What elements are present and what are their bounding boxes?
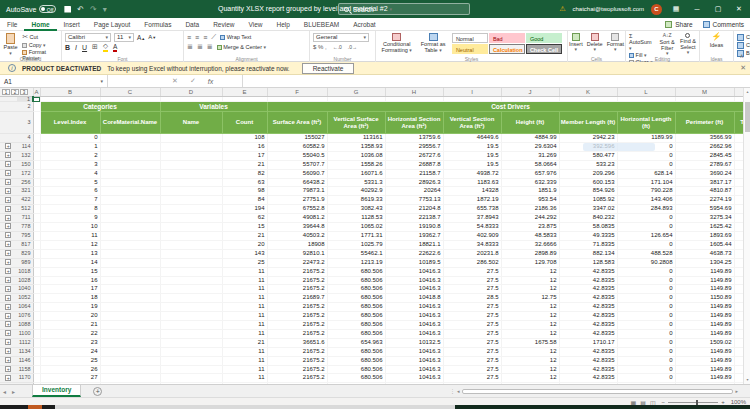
cell-value[interactable]: 42.8335 bbox=[559, 329, 617, 338]
cell-value[interactable]: 36651.6 bbox=[267, 338, 327, 347]
expand-group-icon[interactable]: + bbox=[5, 268, 11, 274]
cell-value[interactable]: 600.153 bbox=[559, 178, 617, 187]
outline-expand-cell[interactable]: + bbox=[0, 303, 17, 312]
cell-value[interactable]: 680.506 bbox=[327, 374, 385, 383]
cell[interactable] bbox=[100, 347, 160, 356]
cell-value[interactable]: 46449.6 bbox=[443, 134, 501, 143]
table-column-header[interactable]: CoreMaterial.Name bbox=[100, 112, 160, 134]
cell[interactable] bbox=[160, 374, 222, 383]
cell[interactable] bbox=[160, 303, 222, 312]
cell[interactable] bbox=[100, 294, 160, 303]
cell-value[interactable]: 98 bbox=[222, 187, 267, 196]
cell-value[interactable]: 7753.13 bbox=[385, 196, 443, 205]
expand-group-icon[interactable]: + bbox=[5, 170, 11, 176]
cell-value[interactable]: 654.963 bbox=[327, 338, 385, 347]
cell-value[interactable]: 27.5 bbox=[443, 312, 501, 321]
row-header-1018[interactable]: 1018 bbox=[17, 267, 34, 276]
cell-value[interactable]: 42.8335 bbox=[559, 285, 617, 294]
cell-value[interactable]: 1213.19 bbox=[327, 258, 385, 267]
cell[interactable] bbox=[100, 312, 160, 321]
cell-value[interactable]: 3566.99 bbox=[675, 134, 734, 143]
cell-value[interactable]: 1149.89 bbox=[675, 374, 734, 383]
cell[interactable] bbox=[160, 240, 222, 249]
row-header-4[interactable]: 4 bbox=[17, 134, 34, 143]
cell[interactable] bbox=[33, 338, 40, 347]
scroll-up-icon[interactable]: ▴ bbox=[744, 88, 750, 96]
cell-value[interactable]: 20231.8 bbox=[443, 249, 501, 258]
cell-value[interactable]: 11 bbox=[222, 321, 267, 330]
table-column-header[interactable]: Surface Area (ft²) bbox=[267, 112, 327, 134]
column-header-J[interactable]: J bbox=[501, 88, 559, 97]
cell-value[interactable]: 20264 bbox=[385, 187, 443, 196]
merge-center-button[interactable]: Merge & Center ▾ bbox=[217, 44, 266, 50]
cell-value[interactable]: 129.708 bbox=[501, 258, 559, 267]
cell-value[interactable]: 48.5833 bbox=[501, 231, 559, 240]
cell[interactable] bbox=[100, 240, 160, 249]
cell[interactable] bbox=[100, 285, 160, 294]
cell-value[interactable]: 0 bbox=[617, 276, 675, 285]
cell-value[interactable]: 1149.89 bbox=[675, 285, 734, 294]
cell-value[interactable]: 10416.3 bbox=[385, 276, 443, 285]
cell[interactable] bbox=[160, 142, 222, 151]
ribbon-tab-bluebeam[interactable]: BLUEBEAM bbox=[297, 18, 346, 31]
outline-level-1[interactable]: 1 bbox=[2, 89, 10, 95]
cell-value[interactable]: 1149.89 bbox=[675, 267, 734, 276]
band-cost-drivers[interactable]: Cost Drivers bbox=[267, 102, 750, 112]
cell-value[interactable]: 2942.23 bbox=[559, 134, 617, 143]
ribbon-tab-view[interactable]: View bbox=[241, 18, 269, 31]
ribbon-tab-home[interactable]: Home bbox=[24, 18, 56, 31]
table-column-header[interactable]: Height (ft) bbox=[501, 112, 559, 134]
column-header-L[interactable]: L bbox=[617, 88, 675, 97]
outline-expand-cell[interactable]: + bbox=[0, 258, 17, 267]
cell-value[interactable]: 11 bbox=[222, 285, 267, 294]
cell-level-index[interactable]: 12 bbox=[40, 240, 100, 249]
cell-value[interactable]: 11 bbox=[222, 276, 267, 285]
taskbar-open-window[interactable] bbox=[55, 405, 455, 409]
cell-value[interactable]: 0 bbox=[617, 151, 675, 160]
cell-value[interactable]: 40292.9 bbox=[327, 187, 385, 196]
outline-expand-cell[interactable]: + bbox=[0, 160, 17, 169]
cell-value[interactable]: 1625.42 bbox=[675, 223, 734, 232]
cell[interactable] bbox=[100, 303, 160, 312]
cell[interactable] bbox=[160, 329, 222, 338]
cell-value[interactable]: 680.506 bbox=[327, 285, 385, 294]
cell-value[interactable]: 0 bbox=[617, 338, 675, 347]
cell-value[interactable]: 1150.89 bbox=[675, 294, 734, 303]
cell-value[interactable]: 66438.2 bbox=[267, 178, 327, 187]
cell-value[interactable]: 42.8335 bbox=[559, 347, 617, 356]
cell-value[interactable]: 402.909 bbox=[443, 231, 501, 240]
cell-value[interactable]: 12 bbox=[501, 347, 559, 356]
cell-value[interactable]: 143 bbox=[222, 249, 267, 258]
cell-value[interactable]: 4938.72 bbox=[443, 169, 501, 178]
autosum-button[interactable]: Σ AutoSum ▾ bbox=[629, 33, 654, 51]
row-header-817[interactable]: 817 bbox=[17, 240, 34, 249]
column-header-B[interactable]: B bbox=[40, 88, 100, 97]
outline-expand-cell[interactable]: + bbox=[0, 178, 17, 187]
cell-value[interactable]: 71.8335 bbox=[559, 240, 617, 249]
cell-value[interactable]: 21204.8 bbox=[385, 205, 443, 214]
italic-button[interactable]: I bbox=[75, 44, 77, 51]
name-box[interactable]: A1▾ bbox=[0, 75, 108, 87]
expand-group-icon[interactable]: + bbox=[5, 375, 11, 381]
cell-value[interactable]: 488.528 bbox=[617, 249, 675, 258]
cell-value[interactable]: 19.5 bbox=[443, 142, 501, 151]
cell-value[interactable]: 10416.3 bbox=[385, 321, 443, 330]
cell-value[interactable]: 22473.2 bbox=[267, 258, 327, 267]
cell-value[interactable]: 11 bbox=[222, 294, 267, 303]
outline-expand-cell[interactable]: + bbox=[0, 187, 17, 196]
cell[interactable] bbox=[100, 249, 160, 258]
account-email[interactable]: chatchai@twoplussoft.com bbox=[573, 6, 644, 12]
expand-group-icon[interactable]: + bbox=[5, 330, 11, 336]
cell[interactable] bbox=[33, 303, 40, 312]
cell-value[interactable]: 1304.25 bbox=[675, 258, 734, 267]
cancel-entry-icon[interactable]: ✕ bbox=[172, 77, 178, 85]
cell-value[interactable]: 32.6666 bbox=[501, 240, 559, 249]
cell[interactable] bbox=[160, 347, 222, 356]
cell[interactable] bbox=[160, 169, 222, 178]
cell-value[interactable]: 27.5 bbox=[443, 374, 501, 383]
cell[interactable] bbox=[33, 267, 40, 276]
cell[interactable] bbox=[33, 223, 40, 232]
expand-group-icon[interactable]: + bbox=[5, 304, 11, 310]
cell[interactable] bbox=[33, 312, 40, 321]
row-header-1028[interactable]: 1028 bbox=[17, 276, 34, 285]
